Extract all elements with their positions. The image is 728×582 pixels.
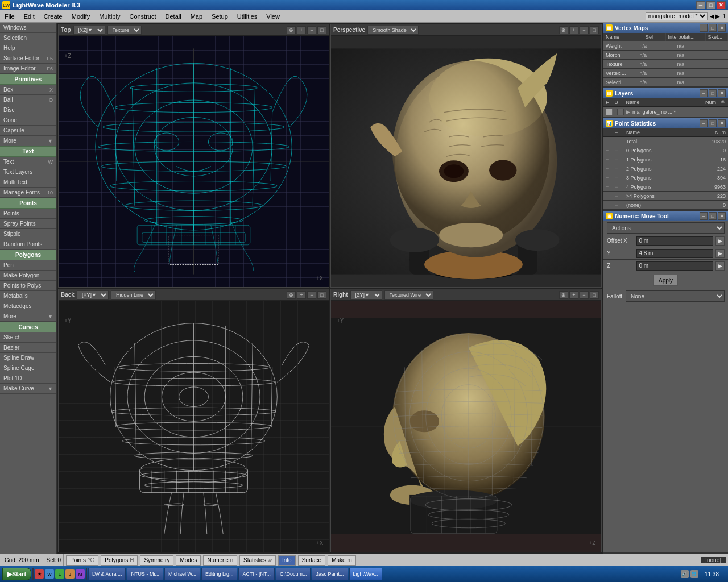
taskbar-app-1[interactable]: LW & Aura ... [88,568,126,580]
vp-top-expand[interactable]: □ [317,26,326,34]
apply-button[interactable]: Apply [653,275,678,286]
vp-back-render[interactable]: Hidden Line [111,290,156,300]
viewport-right-content[interactable]: +Z +Y [331,301,601,552]
sidebar-box[interactable]: BoxX [0,85,56,95]
vp-top-mode[interactable]: [XZ]▼ [73,26,105,35]
restore-btn[interactable]: □ [706,1,715,9]
vp-top-zoom-out[interactable]: − [307,26,316,34]
sidebar-manage-fonts[interactable]: Manage Fonts10 [0,188,56,198]
vp-back-zoom-in[interactable]: + [297,291,306,299]
viewport-back-content[interactable]: +X +Y [59,301,329,552]
make-btn[interactable]: Make m [328,555,356,566]
vp-top-zoom-in[interactable]: + [297,26,306,34]
menu-file[interactable]: File [0,10,19,22]
vp-perspective-zoom-fit[interactable]: ⊕ [559,26,568,34]
menu-view[interactable]: View [262,10,284,22]
taskbar-app-7[interactable]: Jasc Paint... [312,568,348,580]
vp-top-render[interactable]: Texture [107,26,142,35]
menu-create[interactable]: Create [39,10,67,22]
taskbar-app-6[interactable]: C:\Docum... [276,568,311,580]
vp-top-zoom-fit[interactable]: ⊕ [287,26,296,34]
layer-expand-arrow[interactable]: ▶ [626,109,630,115]
numeric-close[interactable]: ✕ [718,212,726,220]
vertex-maps-close[interactable]: ✕ [718,24,726,32]
info-btn[interactable]: Info [278,555,296,566]
sidebar-spline-cage[interactable]: Spline Cage [0,363,56,373]
sidebar-text[interactable]: TextW [0,157,56,167]
numeric-restore[interactable]: □ [709,212,717,220]
numeric-minimize[interactable]: ─ [700,212,708,220]
menu-utilities[interactable]: Utilities [233,10,262,22]
sidebar-random-points[interactable]: Random Points [0,239,56,250]
sidebar-more-polygons[interactable]: More▼ [0,311,56,322]
points-btn[interactable]: Points ^G [66,555,98,566]
taskbar-app-4[interactable]: Editing Lig... [201,568,238,580]
offset-y-inc[interactable]: ▶ [715,249,725,258]
offset-x-inc[interactable]: ▶ [715,236,725,246]
symmetry-btn[interactable]: Symmetry [140,555,173,566]
falloff-dropdown[interactable]: None [626,290,725,302]
sidebar-points-to-polys[interactable]: Points to Polys [0,281,56,291]
layers-close[interactable]: ✕ [718,89,726,97]
layer-check-f[interactable] [606,109,613,115]
vp-right-zoom-fit[interactable]: ⊕ [559,291,568,299]
vp-back-zoom-out[interactable]: − [307,291,316,299]
offset-x-input[interactable] [636,236,713,246]
sidebar-sketch[interactable]: Sketch [0,332,56,343]
sidebar-make-curve[interactable]: Make Curve▼ [0,384,56,394]
sidebar-pen[interactable]: Pen [0,260,56,271]
menu-detail[interactable]: Detail [161,10,186,22]
vp-perspective-zoom-in[interactable]: + [569,26,578,34]
vp-perspective-expand[interactable]: □ [590,26,599,34]
statistics-btn[interactable]: Statistics w [239,555,276,566]
taskbar-icon-5[interactable]: M [76,569,85,579]
taskbar-icon-2[interactable]: W [45,569,54,579]
menu-map[interactable]: Map [186,10,207,22]
layers-minimize[interactable]: ─ [700,89,708,97]
sidebar-ball[interactable]: BallO [0,95,56,105]
menu-edit[interactable]: Edit [19,10,39,22]
stats-minimize[interactable]: ─ [700,119,708,127]
vp-back-mode[interactable]: [XY]▼ [77,290,109,300]
viewport-top[interactable]: Top [XZ]▼ Texture ⊕ + − □ [58,24,329,288]
numeric-btn[interactable]: Numeric n [203,555,237,566]
minimize-btn[interactable]: ─ [696,1,705,9]
taskbar-icon-1[interactable]: ★ [35,569,44,579]
vertex-maps-minimize[interactable]: ─ [700,24,708,32]
taskbar-icon-3[interactable]: L [55,569,64,579]
sidebar-surface-editor[interactable]: Surface EditorF5 [0,53,56,64]
viewport-perspective[interactable]: Perspective Smooth Shade ⊕ + − □ [330,24,602,288]
model-selector[interactable]: mangalore_model * [646,12,708,20]
menu-setup[interactable]: Setup [207,10,233,22]
sidebar-make-polygon[interactable]: Make Polygon [0,271,56,281]
menu-modify[interactable]: Modify [67,10,94,22]
sidebar-more-primitives[interactable]: More▼ [0,136,56,146]
sidebar-metaballs[interactable]: Metaballs [0,291,56,301]
vp-right-zoom-in[interactable]: + [569,291,578,299]
sidebar-metaedges[interactable]: Metaedges [0,301,56,311]
viewport-top-content[interactable]: +X +Z [59,36,329,287]
viewport-perspective-content[interactable] [331,36,601,287]
vp-right-mode[interactable]: [ZY]▼ [350,290,382,300]
sidebar-capsule[interactable]: Capsule [0,126,56,136]
stats-restore[interactable]: □ [709,119,717,127]
viewport-right[interactable]: Right [ZY]▼ Textured Wire ⊕ + − □ [330,289,602,552]
close-btn[interactable]: ✕ [717,1,726,9]
vp-perspective-zoom-out[interactable]: − [580,26,589,34]
taskbar-app-3[interactable]: Michael W... [164,568,200,580]
vertex-maps-restore[interactable]: □ [709,24,717,32]
layer-row-1[interactable]: ▶ mangalore_mo ... * [603,107,728,117]
offset-z-inc[interactable]: ▶ [715,261,725,271]
surface-btn[interactable]: Surface [298,555,325,566]
sidebar-windows[interactable]: Windows [0,23,56,33]
menu-construct[interactable]: Construct [125,10,160,22]
vp-back-zoom-fit[interactable]: ⊕ [287,291,296,299]
taskbar-app-lightwave[interactable]: LightWav... [349,568,382,580]
sidebar-plot-1d[interactable]: Plot 1D [0,373,56,384]
vp-back-expand[interactable]: □ [317,291,326,299]
sidebar-spray-points[interactable]: Spray Points [0,219,56,229]
offset-z-input[interactable] [636,261,713,271]
sidebar-help[interactable]: Help [0,43,56,53]
sidebar-points[interactable]: Points [0,209,56,219]
layers-restore[interactable]: □ [709,89,717,97]
